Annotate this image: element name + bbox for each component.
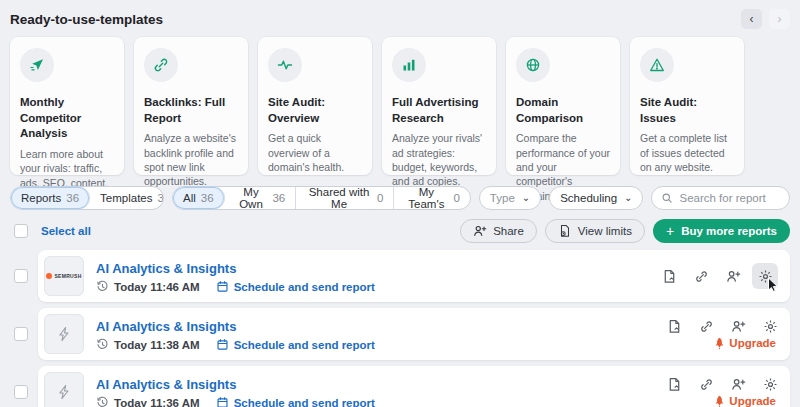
last-modified-time: Today 11:36 AM xyxy=(114,397,200,407)
share-person-icon[interactable] xyxy=(731,377,746,392)
select-all-checkbox[interactable] xyxy=(14,224,28,238)
report-meta: Today 11:36 AM Schedule and send report xyxy=(96,396,667,407)
schedule-link[interactable]: Schedule and send report xyxy=(216,338,375,351)
row-checkbox[interactable] xyxy=(14,269,28,283)
search-input[interactable] xyxy=(679,192,780,204)
row-checkbox[interactable] xyxy=(14,385,28,399)
share-button[interactable]: Share xyxy=(460,219,537,243)
template-card-backlinks[interactable]: Backlinks: Full Report Analyze a website… xyxy=(134,37,248,175)
template-card-description: Analyze a website's backlink profile and… xyxy=(144,131,238,189)
scheduling-dropdown[interactable]: Scheduling ⌄ xyxy=(549,186,643,210)
report-title-link[interactable]: AI Analytics & Insights xyxy=(96,377,236,392)
report-meta: Today 11:38 AM Schedule and send report xyxy=(96,338,667,351)
tab-all[interactable]: All 36 xyxy=(173,187,225,209)
person-plus-icon xyxy=(473,224,487,238)
buy-more-reports-button[interactable]: + Buy more reports xyxy=(653,219,790,243)
page-title: Ready-to-use-templates xyxy=(10,12,163,27)
report-card[interactable]: AI Analytics & Insights Today 11:36 AM xyxy=(38,366,790,407)
report-row: AI Analytics & Insights Today 11:36 AM xyxy=(10,366,790,407)
action-icons xyxy=(667,377,778,392)
filter-bar: Reports 36 Templates 32 All 36 My Own 36… xyxy=(0,186,800,210)
tab-my-own[interactable]: My Own 36 xyxy=(225,187,297,209)
share-person-icon[interactable] xyxy=(726,269,741,284)
settings-gear-button[interactable] xyxy=(752,263,778,289)
dropdown-label: Type xyxy=(490,192,515,204)
globe-icon xyxy=(516,48,550,82)
tab-count: 36 xyxy=(201,192,214,204)
copy-link-icon[interactable] xyxy=(694,269,709,284)
lightning-bolt-icon xyxy=(56,326,72,342)
copy-link-icon[interactable] xyxy=(699,319,714,334)
template-card-site-audit-issues[interactable]: Site Audit: Issues Get a complete list o… xyxy=(630,37,744,175)
tab-templates[interactable]: Templates 32 xyxy=(90,187,164,209)
template-card-competitor-analysis[interactable]: Monthly Competitor Analysis Learn more a… xyxy=(10,37,124,175)
bar-chart-icon xyxy=(392,48,426,82)
report-title-link[interactable]: AI Analytics & Insights xyxy=(96,319,236,334)
chevron-right-icon: › xyxy=(778,12,782,26)
last-modified-time: Today 11:46 AM xyxy=(114,281,200,293)
carousel-nav: ‹ › xyxy=(741,9,790,29)
semrush-logo: SEMRUSH xyxy=(46,273,81,279)
dropdown-label: Scheduling xyxy=(560,192,617,204)
settings-gear-icon[interactable] xyxy=(763,319,778,334)
tab-count: 0 xyxy=(453,192,459,204)
calendar-icon xyxy=(216,338,229,351)
reports-templates-toggle: Reports 36 Templates 32 xyxy=(10,186,164,210)
warning-triangle-icon xyxy=(640,48,674,82)
semrush-logo-text: SEMRUSH xyxy=(54,273,81,279)
select-all-label[interactable]: Select all xyxy=(41,225,91,237)
template-card-description: Analyze your rivals' ad strategies: budg… xyxy=(392,131,486,189)
tab-label: Templates xyxy=(100,192,152,204)
report-meta: Today 11:46 AM Schedule and send report xyxy=(96,280,662,293)
tab-count: 36 xyxy=(272,192,285,204)
export-document-icon[interactable] xyxy=(667,319,682,334)
export-document-icon[interactable] xyxy=(662,269,677,284)
template-cards: Monthly Competitor Analysis Learn more a… xyxy=(0,29,800,175)
tab-shared-with-me[interactable]: Shared with Me 0 xyxy=(296,187,394,209)
share-person-icon[interactable] xyxy=(731,319,746,334)
settings-gear-icon[interactable] xyxy=(763,377,778,392)
tab-reports[interactable]: Reports 36 xyxy=(11,187,90,209)
export-document-icon[interactable] xyxy=(667,377,682,392)
template-card-advertising-research[interactable]: Full Advertising Research Analyze your r… xyxy=(382,37,496,175)
schedule-link[interactable]: Schedule and send report xyxy=(216,280,375,293)
upgrade-label: Upgrade xyxy=(729,337,776,349)
view-limits-button[interactable]: View limits xyxy=(545,219,645,243)
upgrade-link[interactable]: Upgrade xyxy=(714,395,776,407)
upgrade-label: Upgrade xyxy=(729,395,776,407)
row-checkbox[interactable] xyxy=(14,327,28,341)
report-card[interactable]: SEMRUSH AI Analytics & Insights Today 11… xyxy=(38,250,790,302)
template-card-title: Full Advertising Research xyxy=(392,95,486,126)
tab-count: 0 xyxy=(377,192,383,204)
toolbar-actions: Share View limits + Buy more reports xyxy=(460,219,790,243)
action-icons xyxy=(667,319,778,334)
carousel-next-button[interactable]: › xyxy=(769,9,790,29)
upgrade-link[interactable]: Upgrade xyxy=(714,337,776,350)
report-title-link[interactable]: AI Analytics & Insights xyxy=(96,261,236,276)
rocket-icon xyxy=(714,337,725,350)
share-label: Share xyxy=(493,225,524,237)
tab-label: My Own xyxy=(235,186,268,210)
template-card-domain-comparison[interactable]: Domain Comparison Compare the performanc… xyxy=(506,37,620,175)
type-dropdown[interactable]: Type ⌄ xyxy=(479,186,541,210)
tab-my-teams[interactable]: My Team's 0 xyxy=(394,187,470,209)
carousel-prev-button[interactable]: ‹ xyxy=(741,9,762,29)
tab-label: Reports xyxy=(21,192,61,204)
template-card-description: Get a complete list of issues detected o… xyxy=(640,131,734,174)
chevron-down-icon: ⌄ xyxy=(522,193,530,203)
schedule-link-label: Schedule and send report xyxy=(234,281,375,293)
template-card-title: Backlinks: Full Report xyxy=(144,95,238,126)
chevron-down-icon: ⌄ xyxy=(624,193,632,203)
copy-link-icon[interactable] xyxy=(699,377,714,392)
template-card-title: Domain Comparison xyxy=(516,95,610,126)
select-all: Select all xyxy=(14,224,91,238)
last-modified: Today 11:36 AM xyxy=(96,396,200,407)
report-thumbnail: SEMRUSH xyxy=(44,256,84,296)
schedule-link[interactable]: Schedule and send report xyxy=(216,396,375,407)
template-card-site-audit-overview[interactable]: Site Audit: Overview Get a quick overvie… xyxy=(258,37,372,175)
search-icon xyxy=(661,192,673,204)
pulse-icon xyxy=(268,48,302,82)
report-actions: Upgrade xyxy=(667,377,778,407)
report-actions: Upgrade xyxy=(667,319,778,350)
report-card[interactable]: AI Analytics & Insights Today 11:38 AM xyxy=(38,308,790,360)
